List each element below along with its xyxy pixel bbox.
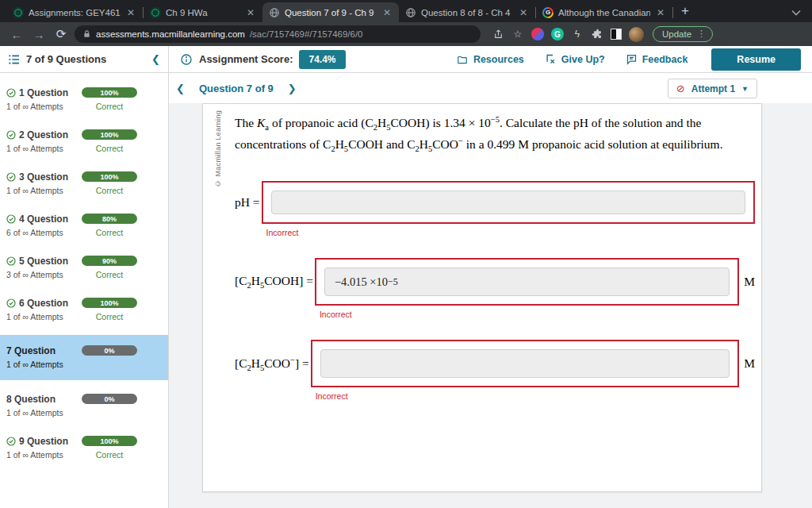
score-pill: 100%: [82, 87, 137, 98]
tab-title: Assignments: GEY4612.004F2: [29, 8, 121, 17]
resume-button[interactable]: Resume: [711, 48, 801, 71]
question-status: Correct: [96, 270, 123, 279]
previous-question-icon[interactable]: ❮: [176, 83, 185, 94]
bookmark-star-icon[interactable]: ☆: [511, 28, 524, 40]
score-pill: 0%: [82, 345, 137, 356]
question-status: Correct: [96, 228, 123, 237]
question-attempts: 1 of ∞ Attempts: [6, 408, 76, 418]
update-label: Update: [662, 29, 691, 39]
folder-icon: [456, 54, 469, 65]
sidebar-item-question-8[interactable]: 8 Question 1 of ∞ Attempts 0%: [0, 389, 168, 422]
sidebar-header: 7 of 9 Questions ❮: [0, 46, 169, 72]
tab-google-search[interactable]: Although the Canadian and U.S ✕: [536, 2, 672, 22]
score-pill: 90%: [82, 256, 137, 266]
resources-button[interactable]: Resources: [456, 54, 524, 65]
question-title: 4 Question: [19, 214, 68, 225]
globe-favicon-icon: [269, 7, 280, 18]
tab-assignments[interactable]: Assignments: GEY4612.004F2 ✕: [6, 2, 143, 22]
share-icon[interactable]: [492, 28, 504, 40]
browser-nav-bar: ← → ⟳ assessments.macmillanlearning.com …: [0, 22, 812, 46]
forward-icon[interactable]: →: [30, 28, 48, 41]
conjugate-base-input[interactable]: [320, 349, 730, 378]
question-title: 8 Question: [6, 394, 56, 405]
new-tab-button[interactable]: +: [673, 3, 697, 22]
tab-search-chevron-icon[interactable]: [791, 8, 801, 22]
question-nav-bar: ❮ Question 7 of 9 ❯ ⊘ Attempt 1 ▼: [169, 73, 812, 103]
sidebar-item-question-2[interactable]: 2 Question 1 of ∞ Attempts 100% Correct: [0, 125, 168, 158]
assignment-score-badge: 74.4%: [299, 50, 345, 69]
sidebar-item-question-6[interactable]: 6 Question 1 of ∞ Attempts 100% Correct: [0, 293, 168, 326]
update-button[interactable]: Update ⋮: [653, 26, 713, 42]
reload-icon[interactable]: ⟳: [52, 27, 70, 41]
question-attempts: 1 of ∞ Attempts: [6, 450, 76, 460]
feedback-button[interactable]: Feedback: [626, 53, 688, 65]
macmillan-favicon-icon: [13, 7, 24, 18]
question-stage: © Macmillan Learning The Ka of propanoic…: [169, 103, 812, 508]
give-up-button[interactable]: Give Up?: [545, 53, 605, 65]
correct-check-icon: [6, 298, 16, 308]
sidebar-item-question-4[interactable]: 4 Question 6 of ∞ Attempts 80% Correct: [0, 209, 168, 242]
acid-answer-feedback-box: −4.015 ×10−5: [315, 258, 739, 306]
question-title: 6 Question: [19, 298, 68, 309]
score-pill: 100%: [82, 171, 137, 182]
tab-ch9-hwa[interactable]: Ch 9 HWa ✕: [144, 2, 262, 22]
acid-concentration-input[interactable]: −4.015 ×10−5: [324, 267, 730, 296]
macmillan-favicon-icon: [150, 7, 161, 18]
tab-title: Question 8 of 8 - Ch 4 HW: [421, 8, 513, 17]
question-status: Correct: [96, 102, 123, 111]
back-icon[interactable]: ←: [8, 28, 25, 41]
sidebar-item-question-5[interactable]: 5 Question 3 of ∞ Attempts 90% Correct: [0, 251, 168, 284]
sidebar-item-question-3[interactable]: 3 Question 1 of ∞ Attempts 100% Correct: [0, 167, 168, 200]
conjugate-base-label: [C2H5COO−] =: [235, 356, 309, 372]
answer-section: pH = Incorrect [C2H5COOH] =: [235, 181, 755, 387]
question-title: 7 Question: [6, 345, 56, 356]
profile-avatar[interactable]: [629, 27, 644, 42]
question-title: 3 Question: [19, 171, 68, 183]
sidebar-item-question-1[interactable]: 1 Question 1 of ∞ Attempts 100% Correct: [0, 83, 168, 116]
adblock-extension-icon[interactable]: [531, 28, 544, 40]
tab-close-icon[interactable]: ✕: [655, 7, 666, 18]
info-icon[interactable]: [180, 53, 193, 66]
base-answer-feedback-box: [311, 340, 740, 387]
chevron-down-icon: ▼: [741, 85, 749, 93]
google-favicon-icon: [542, 7, 553, 18]
grammarly-extension-icon[interactable]: G: [551, 28, 564, 40]
address-bar[interactable]: assessments.macmillanlearning.com /sac/7…: [75, 25, 481, 43]
ph-input[interactable]: [271, 190, 745, 214]
attempt-dropdown[interactable]: ⊘ Attempt 1 ▼: [668, 79, 757, 98]
extensions-puzzle-icon[interactable]: [591, 28, 603, 40]
ph-label: pH =: [235, 195, 260, 210]
correct-check-icon: [6, 256, 16, 266]
collapse-sidebar-icon[interactable]: ❮: [151, 53, 160, 65]
score-pill: 0%: [82, 394, 137, 404]
darkreader-extension-icon[interactable]: [611, 29, 622, 40]
tab-close-icon[interactable]: ✕: [518, 7, 529, 18]
header-actions: Resources Give Up? Feedback Resume: [456, 48, 801, 71]
question-attempts: 1 of ∞ Attempts: [6, 360, 76, 369]
score-section: Assignment Score: 74.4% Resources Give U…: [169, 46, 812, 72]
lightning-extension-icon[interactable]: ϟ: [571, 28, 584, 40]
question-text: The Ka of propanoic acid (C2H5COOH) is 1…: [235, 114, 755, 156]
sidebar-item-question-9[interactable]: 9 Question 1 of ∞ Attempts 100% Correct: [0, 431, 168, 464]
next-question-icon[interactable]: ❯: [288, 83, 297, 94]
tab-close-icon[interactable]: ✕: [125, 7, 136, 18]
sidebar-item-question-7-active[interactable]: 7 Question 1 of ∞ Attempts 0%: [0, 335, 168, 380]
question-title: 5 Question: [19, 256, 68, 267]
give-up-label: Give Up?: [561, 54, 605, 65]
browser-tab-bar: Assignments: GEY4612.004F2 ✕ Ch 9 HWa ✕ …: [0, 0, 812, 22]
molarity-unit-label: M: [744, 356, 755, 371]
tab-question-8[interactable]: Question 8 of 8 - Ch 4 HW ✕: [399, 2, 535, 22]
question-attempts: 1 of ∞ Attempts: [6, 102, 76, 111]
assignment-header: 7 of 9 Questions ❮ Assignment Score: 74.…: [0, 46, 812, 73]
tab-question-7[interactable]: Question 7 of 9 - Ch 9 HWa ✕: [262, 2, 399, 22]
question-list-icon: [8, 53, 21, 66]
assignment-score-label: Assignment Score:: [199, 53, 293, 65]
correct-check-icon: [6, 172, 16, 182]
no-attempt-icon: ⊘: [676, 83, 685, 94]
attempt-label: Attempt 1: [691, 83, 735, 94]
url-domain: assessments.macmillanlearning.com: [96, 29, 245, 39]
molarity-unit-label: M: [744, 275, 755, 289]
tab-close-icon[interactable]: ✕: [381, 7, 393, 18]
question-title: 1 Question: [19, 87, 68, 98]
tab-close-icon[interactable]: ✕: [245, 7, 256, 18]
